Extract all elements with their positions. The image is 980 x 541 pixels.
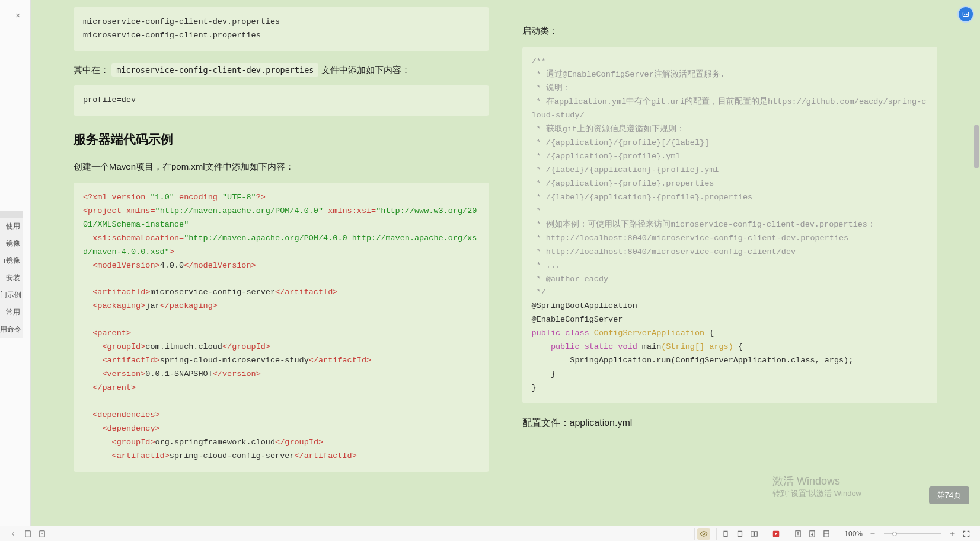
main-area: × 使用 镜像 r镜像 安装 门示例 常用 用命令 microservice-c… bbox=[0, 0, 980, 526]
page-add-icon[interactable] bbox=[21, 528, 34, 540]
paragraph: 其中在： microservice-config-client-dev.prop… bbox=[74, 62, 489, 79]
svg-rect-0 bbox=[963, 12, 968, 17]
outline-item[interactable]: 安装 bbox=[0, 269, 23, 287]
page-left: microservice-config-client-dev.propertie… bbox=[31, 0, 506, 526]
text: 文件中添加如下内容： bbox=[321, 65, 410, 75]
svg-rect-3 bbox=[25, 530, 30, 537]
svg-rect-10 bbox=[755, 531, 758, 536]
outline-item[interactable]: 用命令 bbox=[0, 321, 23, 338]
left-gutter: × 使用 镜像 r镜像 安装 门示例 常用 用命令 bbox=[0, 0, 31, 526]
code-block-java: /** * 通过@EnableConfigServer注解激活配置服务. * 说… bbox=[522, 47, 938, 403]
page-indicator-badge[interactable]: 第74页 bbox=[929, 486, 969, 504]
layout-single-icon[interactable] bbox=[719, 528, 732, 540]
svg-rect-7 bbox=[724, 531, 727, 536]
outline-item[interactable]: r镜像 bbox=[0, 252, 23, 269]
close-icon[interactable]: × bbox=[15, 11, 20, 20]
app-root: × 使用 镜像 r镜像 安装 门示例 常用 用命令 microservice-c… bbox=[0, 0, 980, 541]
play-slideshow-icon[interactable] bbox=[770, 528, 783, 540]
document-content: microservice-config-client-dev.propertie… bbox=[31, 0, 980, 526]
scrollbar-vertical[interactable] bbox=[973, 2, 979, 508]
svg-point-2 bbox=[966, 14, 967, 14]
layout-page-icon[interactable] bbox=[733, 528, 746, 540]
code-block-profile: profile=dev bbox=[74, 85, 489, 116]
outline-item[interactable]: 使用 bbox=[0, 218, 23, 235]
zoom-level-label: 100% bbox=[842, 530, 865, 538]
inline-code: microservice-config-client-dev.propertie… bbox=[111, 63, 318, 77]
outline-item[interactable]: 门示例 bbox=[0, 287, 23, 304]
section-heading: 服务器端代码示例 bbox=[74, 131, 489, 148]
zoom-slider-thumb[interactable] bbox=[892, 532, 897, 536]
svg-rect-8 bbox=[738, 531, 742, 536]
zoom-out-icon[interactable] bbox=[866, 528, 879, 540]
outline-panel: 使用 镜像 r镜像 安装 门示例 常用 用命令 bbox=[0, 211, 23, 338]
outline-item[interactable]: 常用 bbox=[0, 304, 23, 321]
export-icon[interactable] bbox=[791, 528, 805, 540]
zoom-in-icon[interactable] bbox=[946, 528, 959, 540]
page-remove-icon[interactable] bbox=[36, 528, 49, 540]
text: 其中在： bbox=[74, 65, 109, 75]
paragraph: 创建一个Maven项目，在pom.xml文件中添加如下内容： bbox=[74, 158, 489, 176]
svg-rect-9 bbox=[751, 531, 754, 536]
bottom-toolbar: 100% bbox=[0, 526, 980, 541]
page-right: 启动类： /** * 通过@EnableConfigServer注解激活配置服务… bbox=[506, 0, 981, 526]
zoom-slider[interactable] bbox=[884, 533, 941, 534]
outline-item[interactable] bbox=[0, 211, 23, 218]
paragraph: 启动类： bbox=[522, 23, 938, 40]
page-fit-icon[interactable] bbox=[820, 528, 833, 540]
svg-point-1 bbox=[965, 14, 965, 14]
import-icon[interactable] bbox=[806, 528, 819, 540]
nav-prev-icon[interactable] bbox=[7, 528, 20, 540]
layout-two-page-icon[interactable] bbox=[748, 528, 761, 540]
fullscreen-icon[interactable] bbox=[960, 528, 973, 540]
code-block-filenames: microservice-config-client-dev.propertie… bbox=[74, 7, 489, 51]
outline-item[interactable]: 镜像 bbox=[0, 235, 23, 252]
scrollbar-thumb[interactable] bbox=[974, 125, 979, 168]
config-file-label: 配置文件：application.yml bbox=[522, 414, 938, 432]
assist-float-button[interactable] bbox=[957, 6, 974, 23]
svg-point-6 bbox=[703, 533, 706, 535]
view-reading-icon[interactable] bbox=[697, 528, 710, 540]
code-block-pom: <?xml version="1.0" encoding="UTF-8"?> <… bbox=[74, 183, 489, 472]
